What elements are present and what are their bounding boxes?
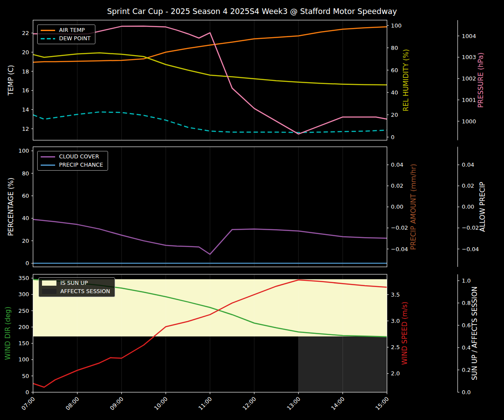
precipitation-panel-legend: CLOUD COVERPRECIP CHANCE: [37, 151, 108, 171]
axis-label: PRESSURE (hPa): [477, 52, 485, 108]
axis-label: TEMP (C): [7, 65, 15, 96]
tick-label: 1.0: [462, 277, 471, 284]
tick-label: 0.00: [391, 203, 404, 210]
legend-label: AIR TEMP: [59, 27, 85, 33]
tick-label: 14: [22, 106, 29, 113]
chart-title: Sprint Car Cup - 2025 Season 4 2025S4 We…: [0, 7, 504, 16]
tick-label: 2.5: [391, 344, 400, 350]
legend-swatch: [42, 289, 56, 294]
tick-label: 20: [22, 238, 29, 244]
tick-label: 12: [22, 126, 29, 132]
tick-label: 22: [22, 30, 29, 36]
tick-label: −0.04: [462, 246, 479, 252]
tick-label: 3.0: [391, 318, 400, 324]
tick-label: 1001: [462, 97, 476, 103]
x-tick-label: 14:00: [330, 396, 346, 412]
wind-sun-panel-legend: IS SUN UPAFFECTS SESSION: [38, 277, 115, 297]
tick-label: 0: [391, 134, 395, 140]
tick-label: 150: [18, 340, 29, 346]
legend-swatch: [41, 164, 55, 166]
x-tick-label: 10:00: [153, 396, 169, 412]
weather-forecast-figure: 121416182022TEMP (C)020406080100REL HUMI…: [0, 0, 504, 420]
legend-label: PRECIP CHANCE: [59, 162, 103, 168]
tick-label: 300: [18, 291, 29, 298]
tick-label: 1004: [462, 33, 476, 39]
legend-item: AIR TEMP: [41, 27, 91, 33]
x-tick-label: 11:00: [197, 396, 213, 412]
tick-label: 2.0: [391, 370, 400, 377]
tick-label: 0.4: [462, 344, 471, 351]
tick-label: 20: [22, 49, 29, 56]
tick-label: −0.02: [462, 224, 479, 231]
axis-label: ALLOW PRECIP: [479, 182, 486, 232]
tick-label: 50: [22, 373, 29, 379]
temperature-panel-legend: AIR TEMPDEW POINT: [37, 24, 95, 44]
tick-label: 250: [18, 308, 29, 314]
x-tick-label: 12:00: [242, 396, 258, 412]
legend-swatch: [41, 38, 55, 39]
legend-swatch: [41, 156, 55, 158]
axis-label: WIND SPEED (m/s): [401, 302, 409, 365]
tick-label: 80: [391, 45, 398, 51]
forecast-chart: 121416182022TEMP (C)020406080100REL HUMI…: [0, 0, 504, 420]
tick-label: 0.6: [462, 322, 471, 329]
x-axis: 07:0008:0009:0010:0011:0012:0013:0014:00…: [20, 392, 390, 412]
tick-label: 60: [22, 192, 29, 199]
tick-label: 0.04: [391, 161, 404, 168]
tick-label: 0.8: [462, 300, 471, 306]
tick-label: 1002: [462, 75, 476, 82]
tick-label: 100: [391, 22, 402, 29]
x-tick-label: 15:00: [374, 396, 390, 412]
tick-label: 100: [18, 356, 29, 363]
legend-item: PRECIP CHANCE: [41, 162, 103, 168]
tick-label: 0: [25, 389, 29, 396]
tick-label: 100: [18, 147, 29, 154]
legend-label: CLOUD COVER: [59, 154, 99, 160]
axis-label: REL HUMIDITY (%): [402, 49, 410, 111]
tick-label: −0.04: [391, 246, 408, 252]
legend-label: AFFECTS SESSION: [60, 288, 110, 294]
tick-label: 200: [18, 324, 29, 330]
tick-label: 40: [391, 89, 398, 96]
tick-label: 0: [25, 260, 29, 266]
tick-label: 60: [391, 67, 398, 74]
legend-item: AFFECTS SESSION: [42, 288, 110, 294]
tick-label: 1000: [462, 118, 476, 125]
x-tick-label: 08:00: [64, 396, 80, 412]
tick-label: 350: [18, 275, 29, 281]
tick-label: 0.2: [462, 367, 471, 373]
tick-label: 16: [22, 87, 29, 94]
tick-label: 1003: [462, 54, 476, 60]
x-tick-label: 13:00: [286, 396, 302, 412]
legend-swatch: [42, 280, 56, 286]
tick-label: 20: [391, 112, 398, 118]
tick-label: 0.0: [462, 389, 471, 396]
legend-item: CLOUD COVER: [41, 154, 103, 160]
tick-label: 0.02: [391, 182, 404, 189]
legend-label: DEW POINT: [59, 35, 91, 42]
tick-label: 0.02: [462, 182, 475, 189]
x-tick-label: 07:00: [20, 396, 36, 412]
tick-label: 18: [22, 68, 29, 75]
legend-label: IS SUN UP: [60, 280, 88, 286]
axis-label: WIND DIR (deg): [4, 307, 12, 360]
legend-item: DEW POINT: [41, 35, 91, 42]
axis-label: PERCENTAGE (%): [7, 178, 15, 236]
axis-label: SUN UP / AFFECTS SESSION: [471, 287, 479, 380]
legend-item: IS SUN UP: [42, 280, 110, 286]
tick-label: 80: [22, 170, 29, 177]
tick-label: 3.5: [391, 291, 400, 298]
tick-label: 0.00: [462, 203, 475, 210]
axis-label: PRECIP AMOUNT (mm/hr): [410, 164, 417, 250]
tick-label: 0.04: [462, 161, 475, 168]
x-tick-label: 09:00: [108, 396, 125, 412]
tick-label: 40: [22, 215, 29, 221]
tick-label: −0.02: [391, 224, 408, 231]
legend-swatch: [41, 30, 55, 31]
